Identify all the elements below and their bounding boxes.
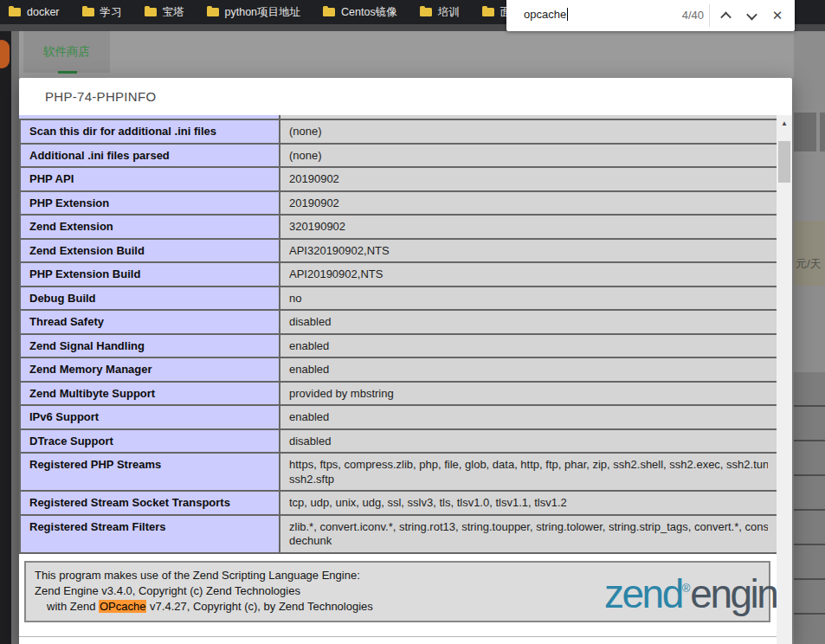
tab-active-indicator xyxy=(58,71,77,74)
dimmed-page-right-strip: 元/天 xyxy=(794,31,825,644)
row-value: no xyxy=(280,287,777,310)
row-value: API20190902,NTS xyxy=(280,263,777,286)
row-label: Zend Extension xyxy=(19,216,280,238)
folder-icon xyxy=(420,8,432,16)
tab-software-store[interactable]: 软件商店 xyxy=(23,31,110,73)
table-row: Zend Multibyte Supportprovided by mbstri… xyxy=(19,383,777,407)
bookmark-label: 宝塔 xyxy=(163,5,184,20)
phpinfo-table-body: Scan this dir for additional .ini files(… xyxy=(19,119,777,554)
row-label: Zend Extension Build xyxy=(19,240,280,262)
row-value: 20190902 xyxy=(280,192,777,215)
dimmed-page-header xyxy=(19,31,825,78)
bookmark-label: docker xyxy=(27,6,60,18)
phpinfo-modal: PHP-74-PHPINFO Scan this dir for additio… xyxy=(19,78,792,644)
scrollbar-thumb[interactable] xyxy=(778,141,790,183)
tab-software-store-label: 软件商店 xyxy=(43,44,90,60)
sidebar-logo-icon xyxy=(0,40,10,68)
scrollbar-up-icon[interactable]: ▲ xyxy=(777,117,792,131)
row-value: 320190902 xyxy=(280,216,777,238)
find-divider xyxy=(709,4,710,27)
chevron-down-icon xyxy=(746,9,757,20)
row-label: IPv6 Support xyxy=(19,406,280,428)
row-value: enabled xyxy=(280,335,777,357)
close-icon: ✕ xyxy=(772,8,783,23)
bookmark-item[interactable]: 培训 xyxy=(420,5,460,20)
bookmark-item[interactable]: docker xyxy=(9,6,60,18)
table-row: Zend Extension BuildAPI320190902,NTS xyxy=(19,240,777,264)
bookmark-item[interactable]: 学习 xyxy=(82,5,122,20)
price-fragment: 元/天 xyxy=(796,257,822,270)
row-label: PHP API xyxy=(19,168,280,190)
row-label: Additional .ini files parsed xyxy=(19,145,280,167)
modal-header: PHP-74-PHPINFO xyxy=(19,78,792,115)
row-value: disabled xyxy=(280,311,777,333)
bookmark-label: Centos镜像 xyxy=(341,5,397,20)
folder-icon xyxy=(323,8,335,16)
dimmed-table-rows xyxy=(794,372,825,644)
row-label: DTrace Support xyxy=(19,430,280,453)
bookmark-label: 学习 xyxy=(100,5,122,20)
table-row: PHP Extension BuildAPI20190902,NTS xyxy=(19,263,777,287)
row-value: 20190902 xyxy=(280,168,777,190)
row-value: API320190902,NTS xyxy=(280,240,777,262)
table-row: DTrace Supportdisabled xyxy=(19,430,777,454)
row-label: Registered Stream Filters xyxy=(19,516,280,552)
row-label: Thread Safety xyxy=(19,311,280,333)
bookmark-item[interactable]: Centos镜像 xyxy=(323,5,397,20)
dimmed-sidebar-edge xyxy=(11,24,19,644)
folder-icon xyxy=(207,8,219,16)
table-row: Registered Stream Socket Transportstcp, … xyxy=(19,492,777,516)
folder-icon xyxy=(482,8,494,16)
find-match-count: 4/40 xyxy=(682,9,704,22)
bookmark-label: 培训 xyxy=(438,5,460,20)
zend-engine-notice: This program makes use of the Zend Scrip… xyxy=(24,561,770,622)
folder-icon xyxy=(9,8,21,16)
row-label: PHP Extension Build xyxy=(19,263,280,286)
table-row: PHP Extension20190902 xyxy=(19,192,777,216)
dimmed-sidebar xyxy=(0,24,11,644)
find-search-input[interactable]: opcache xyxy=(524,8,568,21)
table-row: Zend Memory Managerenabled xyxy=(19,358,777,383)
bookmark-item[interactable]: 宝塔 xyxy=(145,5,184,20)
table-row: Debug Buildno xyxy=(19,287,777,312)
dimmed-button-block xyxy=(794,113,816,151)
find-close-button[interactable]: ✕ xyxy=(767,5,788,26)
bookmark-label: python项目地址 xyxy=(225,5,301,20)
partial-table-row xyxy=(19,115,777,119)
row-label: Zend Memory Manager xyxy=(19,358,280,381)
row-value: (none) xyxy=(280,120,777,143)
find-query-text: opcache xyxy=(524,8,566,21)
find-match-highlight: OPcache xyxy=(99,600,146,613)
folder-icon xyxy=(82,8,94,16)
modal-scrollbar[interactable]: ▲ xyxy=(777,115,792,644)
row-label: Zend Multibyte Support xyxy=(19,383,280,405)
table-row: PHP API20190902 xyxy=(19,168,777,192)
find-in-page-bar: opcache 4/40 ✕ xyxy=(506,0,795,31)
table-row: Zend Extension320190902 xyxy=(19,216,777,240)
zend-engine-logo: zend®engine xyxy=(604,563,777,620)
modal-scroll-content[interactable]: Scan this dir for additional .ini files(… xyxy=(19,115,777,644)
row-value: enabled xyxy=(280,358,777,381)
table-row: Zend Signal Handlingenabled xyxy=(19,335,777,359)
find-previous-button[interactable] xyxy=(715,5,736,26)
row-value: zlib.*, convert.iconv.*, string.rot13, s… xyxy=(280,516,777,552)
row-label: PHP Extension xyxy=(19,192,280,215)
find-next-button[interactable] xyxy=(741,5,762,26)
table-row: Registered PHP Streamshttps, ftps, compr… xyxy=(19,454,777,492)
row-value: enabled xyxy=(280,406,777,428)
table-row: Additional .ini files parsed(none) xyxy=(19,145,777,169)
row-value: tcp, udp, unix, udg, ssl, sslv3, tls, tl… xyxy=(280,492,777,514)
row-label: Scan this dir for additional .ini files xyxy=(19,120,280,143)
dimmed-button-block xyxy=(820,113,825,151)
row-value: https, ftps, compress.zlib, php, file, g… xyxy=(280,454,777,490)
row-label: Registered Stream Socket Transports xyxy=(19,492,280,514)
chevron-up-icon xyxy=(720,11,732,23)
dimmed-price-banner: 元/天 xyxy=(794,221,825,286)
text-caret xyxy=(567,8,568,21)
folder-icon xyxy=(145,8,157,16)
bookmark-item[interactable]: python项目地址 xyxy=(207,5,301,20)
row-value: provided by mbstring xyxy=(280,383,777,405)
table-row: IPv6 Supportenabled xyxy=(19,406,777,430)
row-label: Zend Signal Handling xyxy=(19,335,280,357)
row-value: (none) xyxy=(280,145,777,167)
